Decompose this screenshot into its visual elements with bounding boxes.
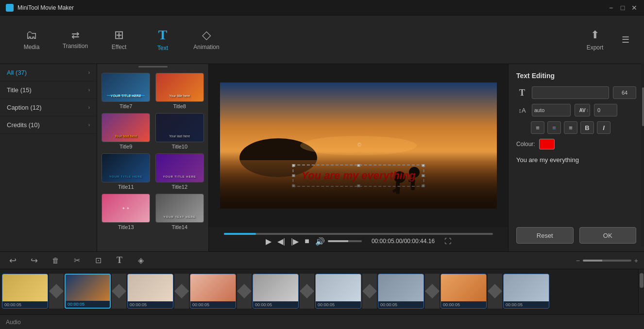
list-item[interactable]: ✦ ✦ Title13 (101, 194, 151, 230)
bold-button[interactable]: B (580, 121, 594, 134)
italic-button[interactable]: I (597, 121, 610, 134)
thumbnail-title9[interactable]: Your text here (102, 113, 150, 142)
volume-slider[interactable] (328, 240, 362, 242)
undo-button[interactable]: ↩ (6, 254, 19, 267)
table-row[interactable]: 00:00:05 (65, 274, 111, 309)
thumbnail-title14[interactable]: YOUR TEXT HERE (155, 194, 204, 223)
maximize-button[interactable]: □ (619, 4, 627, 12)
clip-time: 00:00:05 (190, 301, 236, 308)
cut-button[interactable]: ✂ (70, 254, 84, 267)
zoom-in-icon[interactable]: + (634, 257, 638, 264)
list-item[interactable]: YOUR TEXT HERE Title14 (155, 194, 205, 230)
resize-handle-ml[interactable] (292, 174, 295, 177)
font-size-input[interactable] (613, 86, 636, 99)
thumbnail-title12[interactable]: YOUR TITLE HERE (155, 153, 204, 182)
delete-button[interactable]: 🗑 (49, 254, 62, 267)
align-center-button[interactable]: ≡ (547, 121, 561, 134)
panel-title: Text Editing (516, 72, 636, 80)
table-row[interactable]: 00:00:05 (503, 274, 549, 309)
minimize-button[interactable]: − (607, 4, 615, 12)
close-button[interactable]: ✕ (630, 4, 638, 12)
title-bar-controls[interactable]: − □ ✕ (607, 4, 638, 12)
chevron-right-icon: › (88, 70, 90, 75)
list-item[interactable]: Your text here Title9 (101, 113, 151, 149)
resize-handle-br[interactable] (422, 184, 425, 187)
zoom-out-icon[interactable]: − (576, 257, 580, 264)
transition-clip[interactable] (300, 274, 314, 309)
category-caption[interactable]: Caption (12) › (0, 99, 97, 116)
title-bar: MiniTool Movie Maker − □ ✕ (0, 0, 644, 16)
thumbnail-title13[interactable]: ✦ ✦ (102, 194, 150, 223)
list-item[interactable]: YOUR TITLE HERE Title12 (155, 153, 205, 190)
thumbnail-title11[interactable]: YOUR TITLE HERE (102, 153, 150, 182)
resize-handle-tm[interactable] (357, 164, 360, 167)
list-item[interactable]: YOUR TITLE HERE Title11 (101, 153, 151, 190)
transition-clip[interactable] (488, 274, 502, 309)
stop-button[interactable]: ■ (305, 237, 309, 246)
transition-clip[interactable] (237, 274, 252, 309)
thumbnail-title7[interactable]: YOUR TITLE HERE (102, 73, 150, 102)
av-spacing-input[interactable] (594, 104, 617, 116)
fullscreen-button[interactable]: ⛶ (444, 237, 451, 245)
line-spacing-select[interactable]: auto (532, 104, 571, 116)
table-row[interactable]: 00:00:05 (315, 274, 361, 309)
transition-clip[interactable] (174, 274, 189, 309)
table-row[interactable]: 00:00:05 (253, 274, 299, 309)
chevron-right-icon: › (88, 105, 90, 110)
table-row[interactable]: 00:00:05 (378, 274, 424, 309)
thumbnail-title8[interactable]: Your title here (155, 73, 204, 102)
toolbar-transition[interactable]: ⇄ Transition (53, 20, 97, 59)
font-select[interactable] (532, 86, 609, 99)
resize-handle-bm[interactable] (357, 184, 360, 187)
table-row[interactable]: 00:00:05 (2, 274, 48, 309)
category-credits-label: Credits (10) (7, 121, 40, 129)
reset-button[interactable]: Reset (516, 227, 574, 244)
list-item[interactable]: Your title here Title8 (155, 73, 205, 109)
transition-clip[interactable] (112, 274, 126, 309)
toolbar-text[interactable]: T Text (141, 20, 185, 59)
thumbnail-title10[interactable]: Your last here (155, 113, 204, 142)
effect-icon: ⊞ (114, 29, 124, 41)
play-button[interactable]: ▶ (266, 237, 271, 246)
table-row[interactable]: 00:00:05 (127, 274, 173, 309)
resize-handle-bl[interactable] (292, 184, 295, 187)
copy-button[interactable]: ⊡ (91, 254, 105, 267)
resize-handle-tl[interactable] (292, 164, 295, 167)
align-left-button[interactable]: ≡ (531, 121, 544, 134)
category-all[interactable]: All (37) › (0, 64, 97, 82)
transition-clip[interactable] (49, 274, 64, 309)
table-row[interactable]: 00:00:05 (441, 274, 487, 309)
toolbar-menu-button[interactable]: ☰ (617, 20, 634, 59)
toolbar-transition-label: Transition (63, 43, 88, 49)
toolbar-media[interactable]: 🗂 Media (10, 20, 53, 59)
resize-handle-tr[interactable] (422, 164, 425, 167)
list-item[interactable]: Your last here Title10 (155, 113, 205, 149)
category-credits[interactable]: Credits (10) › (0, 116, 97, 134)
zoom-slider[interactable] (583, 260, 631, 262)
volume-icon[interactable]: 🔊 (315, 237, 325, 246)
transition-clip[interactable] (425, 274, 440, 309)
video-text-overlay[interactable]: You are my everything (292, 164, 424, 187)
list-item[interactable]: YOUR TITLE HERE Title7 (101, 73, 151, 109)
colour-swatch[interactable] (539, 139, 555, 149)
thumbnail-grid: YOUR TITLE HERE Title7 Your title here T… (97, 69, 208, 251)
progress-bar-fill (224, 233, 256, 235)
table-row[interactable]: 00:00:05 (190, 274, 236, 309)
align-right-button[interactable]: ≡ (564, 121, 577, 134)
video-overlay-text[interactable]: You are my everything (301, 169, 415, 181)
progress-bar[interactable] (224, 233, 493, 235)
sticker-button[interactable]: ◈ (134, 254, 148, 267)
toolbar-export[interactable]: ⬆ Export (573, 20, 617, 59)
step-back-button[interactable]: ◀| (277, 237, 285, 246)
transition-clip[interactable] (362, 274, 377, 309)
resize-handle-mr[interactable] (422, 174, 425, 177)
text-tool-button[interactable]: T (113, 254, 126, 267)
toolbar-effect[interactable]: ⊞ Effect (97, 20, 141, 59)
svg-rect-2 (220, 160, 497, 209)
thumbnails-panel: YOUR TITLE HERE Title7 Your title here T… (97, 64, 209, 251)
toolbar-animation[interactable]: ◇ Animation (185, 20, 228, 59)
step-forward-button[interactable]: |▶ (291, 237, 299, 246)
ok-button[interactable]: OK (579, 227, 637, 244)
redo-button[interactable]: ↪ (27, 254, 41, 267)
category-title[interactable]: Title (15) › (0, 82, 97, 99)
